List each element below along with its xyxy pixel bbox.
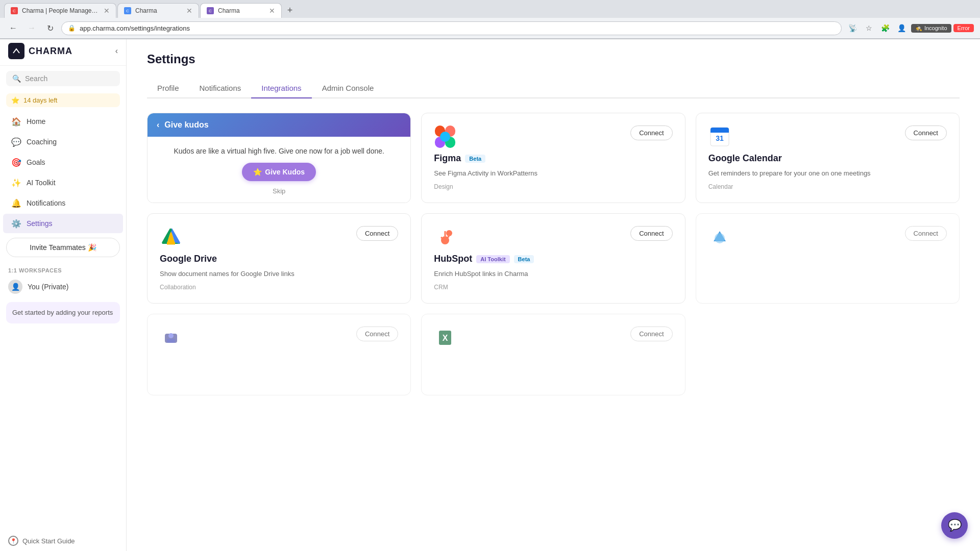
error-badge[interactable]: Error: [953, 24, 974, 32]
row3-3-connect-button[interactable]: Connect: [630, 327, 672, 341]
sidebar-item-goals[interactable]: 🎯 Goals: [3, 153, 123, 172]
figma-logo: [434, 126, 456, 148]
sidebar-item-coaching-label: Coaching: [27, 138, 57, 146]
browser-chrome: C Charma | People Management ... ✕ C Cha…: [0, 0, 980, 39]
workspace-you-private[interactable]: 👤 You (Private): [0, 276, 126, 298]
trial-text: 14 days left: [23, 96, 58, 104]
svg-point-38: [715, 233, 725, 243]
tab-integrations[interactable]: Integrations: [251, 79, 311, 98]
tab-close-1[interactable]: ✕: [104, 7, 110, 15]
gdrive-connect-button[interactable]: Connect: [356, 226, 398, 241]
sidebar-item-coaching[interactable]: 💬 Coaching: [3, 132, 123, 152]
tab-notifications[interactable]: Notifications: [189, 79, 252, 98]
browser-tab-2[interactable]: C Charma ✕: [117, 3, 199, 18]
logo: CHARMA: [8, 43, 72, 59]
browser-tabs: C Charma | People Management ... ✕ C Cha…: [0, 0, 980, 18]
sidebar-item-notifications-label: Notifications: [27, 199, 65, 207]
gcal-card-header: 31 Connect: [708, 126, 947, 148]
sidebar-item-notifications[interactable]: 🔔 Notifications: [3, 193, 123, 213]
give-kudos-button[interactable]: ⭐ Give Kudos: [242, 163, 316, 181]
extensions-icon[interactable]: 🧩: [878, 21, 893, 35]
tab-title-1: Charma | People Management ...: [22, 7, 100, 14]
row3-2-connect-button[interactable]: Connect: [356, 327, 398, 341]
incognito-badge: 🕵️ Incognito: [911, 24, 951, 33]
quick-start-icon: 📍: [8, 536, 18, 546]
kudos-skip-button[interactable]: Skip: [273, 187, 285, 195]
chat-icon: 💬: [948, 519, 962, 532]
chat-fab-button[interactable]: 💬: [941, 512, 968, 539]
settings-tabs: Profile Notifications Integrations Admin…: [147, 79, 960, 98]
gdrive-card-header: Connect: [160, 226, 398, 248]
hubspot-ai-badge: AI Toolkit: [476, 255, 509, 263]
integration-card-row3-1: Connect: [696, 213, 960, 304]
integration-card-google-drive: Connect Google Drive Show document names…: [147, 213, 411, 304]
back-button[interactable]: ←: [6, 21, 20, 35]
sidebar-item-settings[interactable]: ⚙️ Settings: [3, 214, 123, 233]
svg-text:X: X: [443, 334, 448, 342]
trial-badge: ⭐ 14 days left: [6, 93, 120, 107]
profile-icon[interactable]: 👤: [895, 21, 909, 35]
reports-card-text: Get started by adding your reports: [12, 309, 113, 316]
row3-2-header: Connect: [160, 327, 398, 349]
hubspot-card-header: Connect: [434, 226, 672, 248]
address-bar[interactable]: 🔒 app.charma.com/settings/integrations: [61, 21, 842, 35]
integration-card-google-calendar: 31 Connect Google Calendar Get reminders…: [696, 113, 960, 203]
tab-profile[interactable]: Profile: [147, 79, 189, 98]
row3-1-connect-button[interactable]: Connect: [905, 226, 947, 241]
figma-connect-button[interactable]: Connect: [630, 126, 672, 140]
toolbar-icons: 📡 ☆ 🧩 👤 🕵️ Incognito Error: [846, 21, 974, 35]
lock-icon: 🔒: [68, 24, 76, 32]
collapse-sidebar-button[interactable]: ‹: [115, 46, 118, 56]
gdrive-title: Google Drive: [160, 254, 398, 264]
hubspot-connect-button[interactable]: Connect: [630, 226, 672, 241]
ai-toolkit-icon: ✨: [11, 178, 21, 188]
sidebar-item-ai-toolkit[interactable]: ✨ AI Toolkit: [3, 173, 123, 192]
app-container: CHARMA ‹ 🔍 Search ⭐ 14 days left 🏠 Home …: [0, 37, 980, 551]
tab-admin-console[interactable]: Admin Console: [312, 79, 384, 98]
svg-point-33: [446, 230, 452, 236]
hubspot-logo: [434, 226, 456, 248]
gcal-logo: 31: [708, 126, 731, 148]
forward-button[interactable]: →: [24, 21, 39, 35]
logo-text: CHARMA: [29, 46, 72, 57]
figma-title: Figma Beta: [434, 153, 672, 164]
notifications-icon: 🔔: [11, 198, 21, 208]
integration-card-asana: Connect ‹ Give kudos Kudos are like a vi…: [147, 113, 411, 203]
figma-card-header: Connect: [434, 126, 672, 148]
quick-start-guide[interactable]: 📍 Quick Start Guide: [0, 531, 126, 551]
cast-icon[interactable]: 📡: [846, 21, 860, 35]
tab-favicon-3: C: [207, 7, 214, 14]
integration-card-hubspot: Connect HubSpot AI Toolkit Beta Enrich H…: [421, 213, 685, 304]
kudos-title: Give kudos: [164, 120, 208, 130]
star-icon[interactable]: ☆: [862, 21, 876, 35]
gcal-category: Calendar: [708, 183, 947, 190]
gcal-title: Google Calendar: [708, 153, 947, 164]
workspaces-section-label: 1:1 Workspaces: [0, 261, 126, 276]
tab-close-2[interactable]: ✕: [186, 7, 192, 15]
main-content: Settings Profile Notifications Integrati…: [127, 37, 980, 551]
kudos-back-button[interactable]: ‹: [157, 120, 159, 130]
invite-teammates-button[interactable]: Invite Teammates 🎉: [6, 238, 120, 257]
gdrive-logo: [160, 226, 182, 248]
browser-tab-3[interactable]: C Charma ✕: [200, 3, 282, 18]
browser-tab-1[interactable]: C Charma | People Management ... ✕: [4, 3, 116, 18]
hubspot-category: CRM: [434, 284, 672, 291]
goals-icon: 🎯: [11, 157, 21, 167]
svg-rect-21: [710, 131, 729, 133]
svg-point-18: [440, 132, 450, 142]
row3-3-logo: X: [434, 327, 456, 349]
integration-card-figma: Connect Figma Beta See Figma Activity in…: [421, 113, 685, 203]
coaching-icon: 💬: [11, 137, 21, 147]
tab-close-3[interactable]: ✕: [269, 7, 275, 15]
figma-category: Design: [434, 183, 672, 190]
sidebar-item-home[interactable]: 🏠 Home: [3, 112, 123, 131]
integration-card-row3-3: X Connect: [421, 314, 685, 395]
refresh-button[interactable]: ↻: [43, 21, 57, 35]
tab-title-2: Charma: [135, 7, 182, 14]
workspace-name: You (Private): [28, 283, 68, 291]
hubspot-beta-badge: Beta: [514, 255, 534, 263]
search-bar[interactable]: 🔍 Search: [6, 71, 120, 86]
new-tab-button[interactable]: +: [283, 4, 297, 18]
gcal-connect-button[interactable]: Connect: [905, 126, 947, 140]
sidebar-item-goals-label: Goals: [27, 158, 45, 166]
